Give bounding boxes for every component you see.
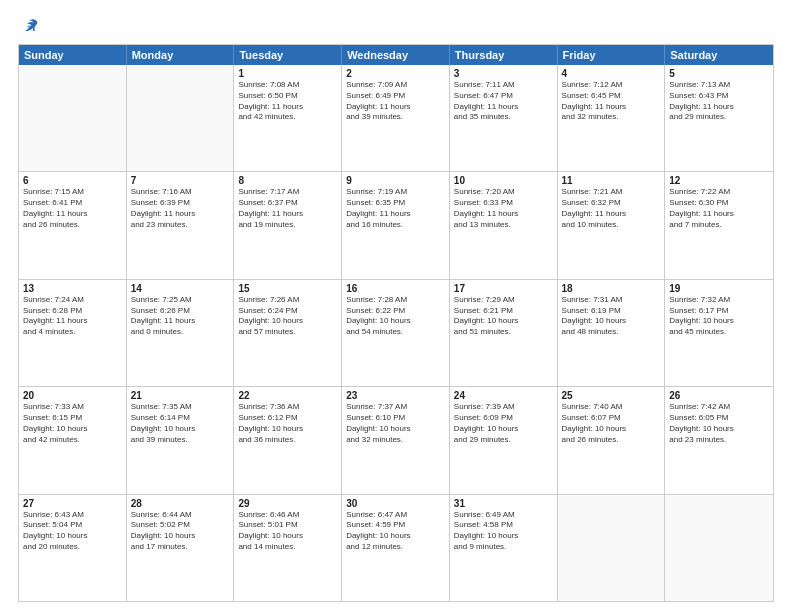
cell-info-line: Sunrise: 7:26 AM: [238, 295, 337, 306]
cell-info-line: Sunrise: 7:19 AM: [346, 187, 445, 198]
calendar-cell: 4Sunrise: 7:12 AMSunset: 6:45 PMDaylight…: [558, 65, 666, 171]
cell-info-line: Sunrise: 7:37 AM: [346, 402, 445, 413]
cell-info-line: Sunset: 4:59 PM: [346, 520, 445, 531]
cell-info-line: Sunset: 6:05 PM: [669, 413, 769, 424]
cell-info-line: Daylight: 11 hours: [131, 209, 230, 220]
day-number: 11: [562, 175, 661, 186]
cell-info-line: Sunrise: 7:22 AM: [669, 187, 769, 198]
cell-info-line: Sunset: 6:21 PM: [454, 306, 553, 317]
cell-info-line: and 4 minutes.: [23, 327, 122, 338]
cell-info-line: and 23 minutes.: [669, 435, 769, 446]
day-number: 1: [238, 68, 337, 79]
cell-info-line: Daylight: 11 hours: [669, 102, 769, 113]
cell-info-line: Sunrise: 7:24 AM: [23, 295, 122, 306]
cell-info-line: Sunset: 6:49 PM: [346, 91, 445, 102]
cell-info-line: Sunset: 6:32 PM: [562, 198, 661, 209]
calendar-cell: 6Sunrise: 7:15 AMSunset: 6:41 PMDaylight…: [19, 172, 127, 278]
calendar-row-4: 20Sunrise: 7:33 AMSunset: 6:15 PMDayligh…: [19, 386, 773, 493]
cell-info-line: Sunrise: 6:44 AM: [131, 510, 230, 521]
day-number: 16: [346, 283, 445, 294]
cell-info-line: Sunrise: 7:29 AM: [454, 295, 553, 306]
cell-info-line: Daylight: 10 hours: [23, 424, 122, 435]
cell-info-line: Daylight: 10 hours: [454, 424, 553, 435]
calendar-cell: 14Sunrise: 7:25 AMSunset: 6:26 PMDayligh…: [127, 280, 235, 386]
day-header-wednesday: Wednesday: [342, 45, 450, 65]
cell-info-line: and 29 minutes.: [669, 112, 769, 123]
day-number: 31: [454, 498, 553, 509]
cell-info-line: and 57 minutes.: [238, 327, 337, 338]
cell-info-line: Sunset: 5:04 PM: [23, 520, 122, 531]
cell-info-line: and 0 minutes.: [131, 327, 230, 338]
cell-info-line: Daylight: 11 hours: [238, 102, 337, 113]
cell-info-line: Sunset: 6:39 PM: [131, 198, 230, 209]
day-number: 18: [562, 283, 661, 294]
cell-info-line: Daylight: 10 hours: [346, 531, 445, 542]
cell-info-line: and 14 minutes.: [238, 542, 337, 553]
calendar-cell: 12Sunrise: 7:22 AMSunset: 6:30 PMDayligh…: [665, 172, 773, 278]
cell-info-line: Daylight: 11 hours: [23, 209, 122, 220]
cell-info-line: Sunrise: 6:47 AM: [346, 510, 445, 521]
calendar-cell: 28Sunrise: 6:44 AMSunset: 5:02 PMDayligh…: [127, 495, 235, 601]
cell-info-line: Sunset: 6:17 PM: [669, 306, 769, 317]
cell-info-line: and 26 minutes.: [23, 220, 122, 231]
day-number: 20: [23, 390, 122, 401]
calendar-cell: 15Sunrise: 7:26 AMSunset: 6:24 PMDayligh…: [234, 280, 342, 386]
calendar-row-3: 13Sunrise: 7:24 AMSunset: 6:28 PMDayligh…: [19, 279, 773, 386]
cell-info-line: Daylight: 10 hours: [346, 424, 445, 435]
calendar-cell: 30Sunrise: 6:47 AMSunset: 4:59 PMDayligh…: [342, 495, 450, 601]
calendar-cell: 18Sunrise: 7:31 AMSunset: 6:19 PMDayligh…: [558, 280, 666, 386]
calendar-cell: 22Sunrise: 7:36 AMSunset: 6:12 PMDayligh…: [234, 387, 342, 493]
cell-info-line: Sunrise: 7:35 AM: [131, 402, 230, 413]
day-number: 10: [454, 175, 553, 186]
day-number: 12: [669, 175, 769, 186]
cell-info-line: and 13 minutes.: [454, 220, 553, 231]
cell-info-line: Sunrise: 7:21 AM: [562, 187, 661, 198]
cell-info-line: Sunrise: 7:08 AM: [238, 80, 337, 91]
cell-info-line: Daylight: 10 hours: [238, 424, 337, 435]
cell-info-line: and 7 minutes.: [669, 220, 769, 231]
day-number: 27: [23, 498, 122, 509]
calendar-cell: 24Sunrise: 7:39 AMSunset: 6:09 PMDayligh…: [450, 387, 558, 493]
day-number: 14: [131, 283, 230, 294]
calendar-cell: 10Sunrise: 7:20 AMSunset: 6:33 PMDayligh…: [450, 172, 558, 278]
day-header-tuesday: Tuesday: [234, 45, 342, 65]
cell-info-line: Daylight: 10 hours: [131, 424, 230, 435]
cell-info-line: Sunset: 6:14 PM: [131, 413, 230, 424]
day-number: 5: [669, 68, 769, 79]
cell-info-line: and 35 minutes.: [454, 112, 553, 123]
cell-info-line: Sunset: 6:07 PM: [562, 413, 661, 424]
cell-info-line: Sunrise: 7:12 AM: [562, 80, 661, 91]
cell-info-line: Sunrise: 7:36 AM: [238, 402, 337, 413]
calendar-cell: 23Sunrise: 7:37 AMSunset: 6:10 PMDayligh…: [342, 387, 450, 493]
cell-info-line: Daylight: 10 hours: [131, 531, 230, 542]
cell-info-line: Sunset: 6:09 PM: [454, 413, 553, 424]
day-number: 3: [454, 68, 553, 79]
cell-info-line: Sunrise: 7:33 AM: [23, 402, 122, 413]
cell-info-line: Daylight: 10 hours: [23, 531, 122, 542]
cell-info-line: and 23 minutes.: [131, 220, 230, 231]
cell-info-line: Sunset: 6:35 PM: [346, 198, 445, 209]
cell-info-line: Sunrise: 7:20 AM: [454, 187, 553, 198]
calendar-cell: 31Sunrise: 6:49 AMSunset: 4:58 PMDayligh…: [450, 495, 558, 601]
cell-info-line: Sunrise: 7:39 AM: [454, 402, 553, 413]
cell-info-line: Daylight: 11 hours: [238, 209, 337, 220]
cell-info-line: Sunrise: 7:42 AM: [669, 402, 769, 413]
day-header-monday: Monday: [127, 45, 235, 65]
cell-info-line: Sunset: 6:22 PM: [346, 306, 445, 317]
day-number: 4: [562, 68, 661, 79]
day-number: 24: [454, 390, 553, 401]
day-number: 6: [23, 175, 122, 186]
cell-info-line: Daylight: 10 hours: [669, 316, 769, 327]
cell-info-line: Sunset: 4:58 PM: [454, 520, 553, 531]
cell-info-line: Daylight: 10 hours: [454, 316, 553, 327]
cell-info-line: Daylight: 10 hours: [238, 316, 337, 327]
cell-info-line: and 29 minutes.: [454, 435, 553, 446]
calendar-cell: 20Sunrise: 7:33 AMSunset: 6:15 PMDayligh…: [19, 387, 127, 493]
cell-info-line: Sunset: 6:50 PM: [238, 91, 337, 102]
cell-info-line: Sunset: 6:24 PM: [238, 306, 337, 317]
cell-info-line: Sunrise: 6:43 AM: [23, 510, 122, 521]
cell-info-line: and 48 minutes.: [562, 327, 661, 338]
cell-info-line: Daylight: 11 hours: [346, 209, 445, 220]
cell-info-line: Daylight: 11 hours: [131, 316, 230, 327]
cell-info-line: Daylight: 10 hours: [346, 316, 445, 327]
